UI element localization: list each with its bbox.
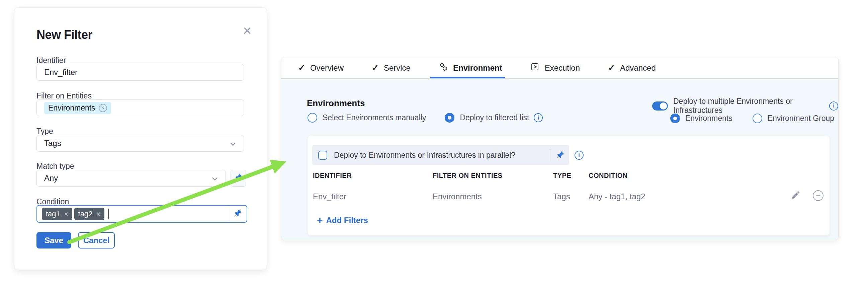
- tab-environment[interactable]: Environment: [439, 57, 502, 78]
- edit-icon[interactable]: [791, 190, 801, 201]
- tab-advanced[interactable]: ✓ Advanced: [608, 57, 656, 78]
- check-icon: ✓: [608, 63, 615, 73]
- env-or-group-choice: Environments Environment Group: [670, 114, 834, 123]
- identifier-label: Identifier: [36, 56, 66, 65]
- pin-parallel-button[interactable]: [556, 151, 564, 160]
- radio-environment-group[interactable]: [752, 114, 762, 123]
- chevron-down-icon: [229, 139, 236, 148]
- section-heading: Environments: [307, 98, 365, 109]
- entities-input[interactable]: Environments ×: [36, 100, 244, 116]
- entities-label: Filter on Entities: [36, 91, 92, 101]
- modal-title: New Filter: [36, 28, 92, 42]
- match-type-value: Any: [44, 173, 58, 183]
- pin-icon: [233, 209, 242, 219]
- tag-label: tag1: [46, 210, 60, 218]
- pin-condition-button[interactable]: [228, 206, 247, 222]
- col-header-condition: CONDITION: [589, 172, 628, 179]
- screen: ✕ New Filter Identifier Env_filter Filte…: [0, 0, 868, 284]
- cancel-button[interactable]: Cancel: [78, 232, 115, 249]
- execution-icon: [530, 62, 540, 74]
- remove-chip-icon[interactable]: ×: [99, 104, 107, 112]
- identifier-value: Env_filter: [44, 68, 78, 77]
- info-icon[interactable]: i: [829, 102, 838, 111]
- row-actions: −: [791, 190, 824, 201]
- tab-label: Advanced: [620, 63, 656, 73]
- tag-label: tag2: [78, 210, 93, 218]
- identifier-input[interactable]: Env_filter: [36, 64, 244, 81]
- check-icon: ✓: [298, 63, 305, 73]
- info-icon[interactable]: i: [575, 151, 584, 160]
- parallel-banner: Deploy to Environments or Infrastructure…: [312, 145, 569, 165]
- info-icon[interactable]: i: [534, 113, 543, 122]
- radio-label: Select Environments manually: [322, 113, 426, 122]
- type-label: Type: [36, 127, 53, 136]
- tab-service[interactable]: ✓ Service: [372, 57, 410, 78]
- multi-env-toggle[interactable]: [652, 102, 668, 111]
- row-type: Tags: [553, 192, 570, 201]
- parallel-checkbox[interactable]: [318, 151, 327, 160]
- check-icon: ✓: [372, 63, 379, 73]
- condition-input[interactable]: tag1 × tag2 ×: [36, 205, 247, 223]
- parallel-label: Deploy to Environments or Infrastructure…: [334, 151, 515, 160]
- multi-env-toggle-row: Deploy to multiple Environments or Infra…: [652, 97, 838, 115]
- plus-icon: +: [317, 215, 323, 225]
- pin-icon: [234, 173, 243, 183]
- pin-match-type-button[interactable]: [230, 170, 246, 187]
- tab-label: Environment: [453, 63, 502, 73]
- row-identifier: Env_filter: [313, 192, 346, 201]
- tag-remove-icon[interactable]: ×: [64, 211, 68, 217]
- col-header-identifier: IDENTIFIER: [313, 172, 352, 179]
- text-caret: [108, 209, 109, 219]
- match-type-label: Match type: [36, 162, 74, 171]
- add-filters-label: Add Filters: [326, 216, 368, 225]
- tab-label: Execution: [545, 63, 580, 73]
- entities-chip: Environments ×: [44, 102, 111, 114]
- toggle-label: Deploy to multiple Environments or Infra…: [673, 97, 825, 115]
- tab-label: Overview: [310, 63, 344, 73]
- row-condition: Any - tag1, tag2: [589, 192, 645, 201]
- condition-tag-chip: tag1 ×: [42, 208, 72, 220]
- radio-deploy-filtered[interactable]: [445, 113, 455, 122]
- environment-selection-mode: Select Environments manually Deploy to f…: [308, 113, 543, 122]
- chevron-down-icon: [212, 173, 218, 183]
- tab-execution[interactable]: Execution: [530, 57, 580, 78]
- radio-environments[interactable]: [670, 114, 680, 123]
- remove-row-icon[interactable]: −: [813, 190, 824, 201]
- row-entities: Environments: [433, 192, 482, 201]
- environment-icon: [439, 62, 448, 74]
- radio-label: Environment Group: [768, 114, 834, 123]
- tab-overview[interactable]: ✓ Overview: [298, 57, 344, 78]
- new-filter-modal: ✕ New Filter Identifier Env_filter Filte…: [14, 7, 267, 270]
- tab-label: Service: [384, 63, 410, 73]
- environment-tab-content: Environments Select Environments manuall…: [281, 79, 838, 240]
- tag-remove-icon[interactable]: ×: [96, 211, 100, 217]
- save-button[interactable]: Save: [36, 232, 71, 249]
- radio-label: Deploy to filtered list: [460, 113, 529, 122]
- environment-panel: ✓ Overview ✓ Service Environment: [281, 57, 839, 240]
- add-filters-button[interactable]: + Add Filters: [317, 215, 368, 225]
- match-type-select[interactable]: Any: [36, 170, 226, 187]
- toggle-knob: [660, 103, 667, 110]
- divider: [550, 149, 551, 161]
- entities-chip-label: Environments: [48, 104, 95, 113]
- tab-bar: ✓ Overview ✓ Service Environment: [281, 57, 838, 79]
- close-icon[interactable]: ✕: [243, 25, 252, 36]
- radio-label: Environments: [685, 114, 733, 123]
- filters-card: Deploy to Environments or Infrastructure…: [308, 136, 830, 235]
- condition-tag-chip: tag2 ×: [74, 208, 105, 220]
- col-header-type: TYPE: [553, 172, 571, 179]
- radio-select-manually[interactable]: [308, 113, 317, 122]
- type-select[interactable]: Tags: [36, 135, 244, 152]
- type-value: Tags: [44, 139, 61, 148]
- col-header-entities: FILTER ON ENTITIES: [433, 172, 503, 179]
